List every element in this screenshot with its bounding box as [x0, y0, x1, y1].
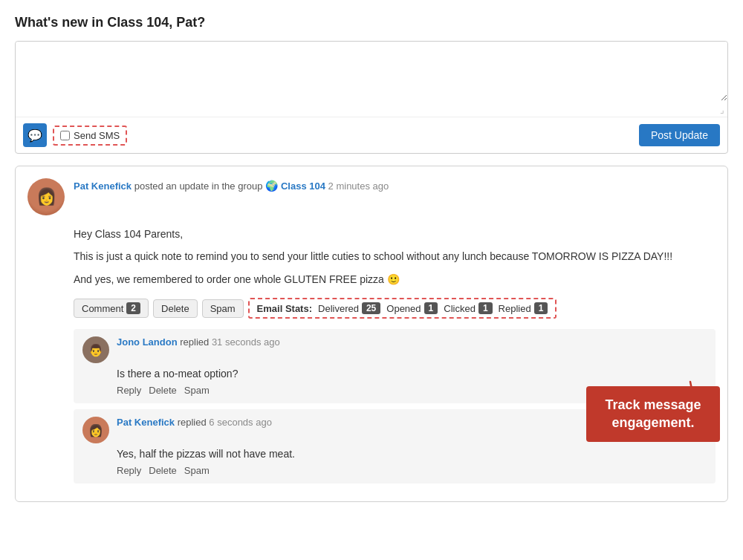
comment-avatar-emoji: 👨 [88, 343, 103, 357]
comment-time-2: 6 seconds ago [209, 417, 272, 428]
comment-avatar-emoji: 👩 [88, 423, 103, 437]
opened-count: 1 [424, 302, 438, 314]
message-line-3: And yes, we remembered to order one whol… [74, 271, 716, 287]
group-icon: 🌍 [265, 180, 281, 192]
page-title: What's new in Class 104, Pat? [15, 15, 728, 30]
timestamp: 2 minutes ago [328, 180, 389, 192]
avatar: 👩 [27, 178, 65, 215]
comment-actions-2: Reply Delete Spam [117, 465, 707, 476]
clicked-stat: Clicked 1 [444, 302, 492, 314]
comment-count-badge: 2 [126, 302, 140, 314]
group-name[interactable]: Class 104 [281, 180, 325, 192]
author-name[interactable]: Pat Kenefick [74, 180, 132, 192]
sms-icon-button[interactable]: 💬 [23, 123, 47, 147]
opened-label: Opened [386, 303, 421, 314]
feed-meta: Pat Kenefick posted an update in the gro… [74, 178, 389, 194]
comment-body-2: Yes, half the pizzas will not have meat. [117, 446, 707, 462]
action-label: posted an update in the group [134, 180, 263, 192]
comment-meta: Pat Kenefick replied 6 seconds ago [117, 417, 272, 428]
message-line-2: This is just a quick note to remind you … [74, 248, 716, 264]
comment-action-1: replied [180, 336, 212, 348]
send-sms-label[interactable]: Send SMS [74, 130, 120, 141]
comment-delete-1[interactable]: Delete [149, 385, 177, 396]
email-stats-label: Email Stats: [257, 303, 312, 314]
sms-icon: 💬 [27, 128, 42, 143]
comment-reply-2[interactable]: Reply [117, 465, 141, 476]
spam-button[interactable]: Spam [202, 299, 244, 318]
delete-button[interactable]: Delete [153, 299, 198, 318]
send-sms-wrapper: Send SMS [53, 126, 127, 146]
feed-header: 👩 Pat Kenefick posted an update in the g… [27, 178, 716, 215]
comment-delete-2[interactable]: Delete [149, 465, 177, 476]
comment-avatar-jono: 👨 [82, 336, 109, 363]
comment-time-1: 31 seconds ago [212, 336, 280, 348]
feed-body: Hey Class 104 Parents, This is just a qu… [74, 226, 716, 287]
comment-action-2: replied [178, 417, 210, 428]
comment-avatar-pat: 👩 [82, 417, 109, 443]
avatar-emoji: 👩 [36, 187, 56, 206]
comment-author-1[interactable]: Jono Landon [117, 336, 178, 348]
action-bar: Comment 2 Delete Spam Email Stats: Deliv… [74, 298, 716, 319]
delivered-count: 25 [362, 302, 380, 314]
post-textarea[interactable] [16, 42, 727, 101]
comment-author-2[interactable]: Pat Kenefick [117, 417, 175, 428]
opened-stat: Opened 1 [386, 302, 438, 314]
comment-button[interactable]: Comment 2 [74, 299, 149, 318]
replied-stat: Replied 1 [499, 302, 548, 314]
replied-count: 1 [534, 302, 548, 314]
comment-header: 👨 Jono Landon replied 31 seconds ago [82, 336, 707, 363]
clicked-count: 1 [478, 302, 493, 314]
comment-reply-1[interactable]: Reply [117, 385, 141, 396]
comment-spam-1[interactable]: Spam [184, 385, 210, 396]
clicked-label: Clicked [444, 303, 476, 314]
email-stats: Email Stats: Delivered 25 Opened 1 Click… [248, 298, 557, 319]
track-callout: Track message engagement. [586, 386, 720, 442]
resize-handle: ⌟ [16, 103, 727, 117]
post-update-button[interactable]: Post Update [639, 124, 720, 146]
comment-label: Comment [82, 303, 123, 314]
comment-spam-2[interactable]: Spam [184, 465, 210, 476]
feed-card: 👩 Pat Kenefick posted an update in the g… [15, 166, 728, 502]
delivered-label: Delivered [318, 303, 359, 314]
toolbar-left: 💬 Send SMS [23, 123, 127, 147]
message-line-1: Hey Class 104 Parents, [74, 226, 716, 242]
send-sms-checkbox[interactable] [60, 131, 70, 140]
post-toolbar: 💬 Send SMS Post Update [16, 117, 727, 153]
delivered-stat: Delivered 25 [318, 302, 380, 314]
replied-label: Replied [499, 303, 531, 314]
post-area: ⌟ 💬 Send SMS Post Update [15, 41, 728, 154]
comment-meta: Jono Landon replied 31 seconds ago [117, 336, 280, 348]
comment-body-1: Is there a no-meat option? [117, 366, 707, 382]
